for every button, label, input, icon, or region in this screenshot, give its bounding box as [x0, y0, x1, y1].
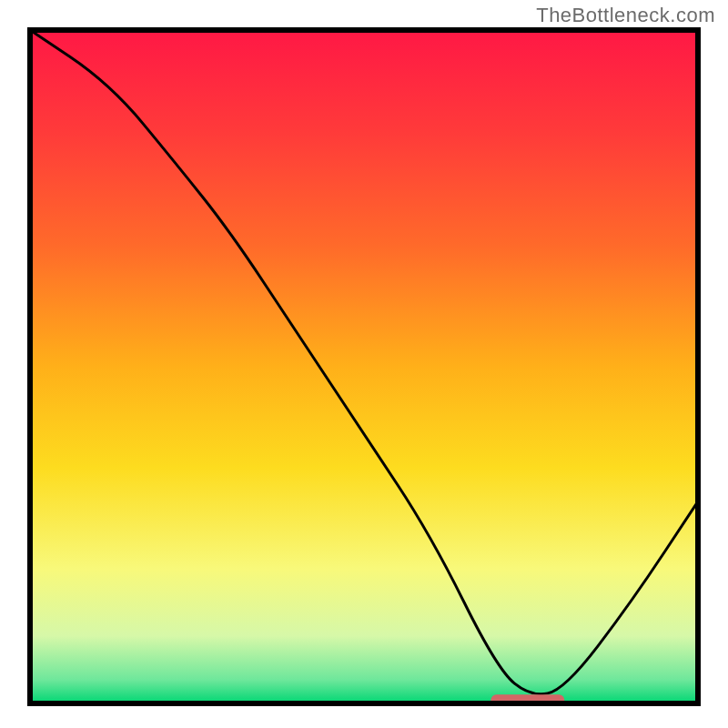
bottleneck-chart	[0, 0, 728, 728]
plot-background	[30, 30, 698, 703]
chart-container: TheBottleneck.com	[0, 0, 728, 728]
